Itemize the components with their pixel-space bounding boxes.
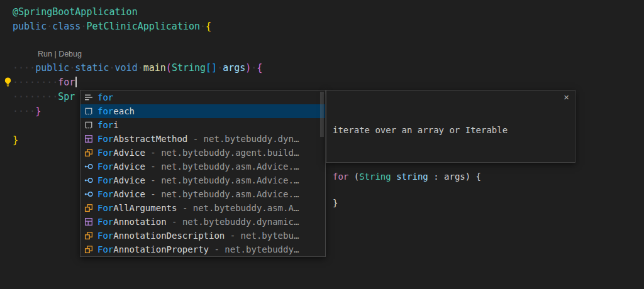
suggest-label-match: For — [97, 175, 113, 185]
suggest-label: each — [113, 106, 135, 116]
code-token: [] — [206, 62, 217, 74]
suggest-item[interactable]: ForAdvice - net.bytebuddy.agent.build… — [80, 146, 325, 160]
code-token: · — [109, 62, 115, 74]
method-icon — [84, 134, 94, 144]
code-token: ( — [348, 172, 359, 182]
code-token: args — [444, 172, 465, 182]
code-line[interactable]: ········for — [13, 75, 262, 90]
code-token: for — [58, 77, 75, 88]
suggest-label-match: For — [97, 189, 113, 199]
lightbulb-icon[interactable] — [3, 77, 13, 87]
code-token: ) { — [465, 172, 481, 182]
code-token: ········ — [13, 91, 58, 102]
code-token: ···· — [13, 106, 35, 117]
suggest-detail: - net.bytebu… — [225, 231, 299, 241]
suggest-item[interactable]: for — [80, 90, 325, 104]
code-token: ) — [245, 62, 251, 74]
code-token: · — [47, 21, 52, 32]
suggest-label-match: For — [97, 244, 113, 254]
suggest-item[interactable]: ForAnnotationProperty - net.bytebuddy… — [80, 243, 325, 256]
code-token: public — [35, 62, 69, 74]
code-line[interactable] — [13, 34, 262, 48]
suggest-label: Advice — [113, 189, 145, 199]
suggest-item[interactable]: ForAbstractMethod - net.bytebuddy.dyn… — [80, 132, 325, 146]
class-icon — [84, 244, 94, 254]
suggest-detail: - net.bytebuddy… — [209, 244, 299, 254]
code-token: · — [200, 21, 206, 32]
suggest-detail: - net.bytebuddy.asm.Advice.… — [145, 175, 299, 185]
suggest-item[interactable]: ForAnnotationDescription - net.bytebu… — [80, 229, 325, 243]
code-token: String — [172, 62, 206, 74]
code-line[interactable]: @SpringBootApplication — [13, 5, 262, 19]
code-token: @SpringBootApplication — [13, 6, 138, 18]
code-token: : — [428, 172, 444, 182]
suggest-item[interactable]: fori — [80, 118, 325, 132]
codelens-debug-link[interactable]: Debug — [58, 50, 82, 58]
suggest-label: Advice — [113, 161, 145, 172]
suggest-docs-code: for (String string : args) {} — [333, 157, 569, 210]
method-icon — [84, 217, 94, 227]
code-token: ( — [166, 62, 172, 74]
suggest-label: Advice — [113, 175, 145, 185]
docs-code-line — [333, 183, 569, 197]
suggest-scrollbar[interactable] — [319, 90, 325, 256]
suggest-detail: - net.bytebuddy.agent.build… — [145, 148, 299, 158]
suggest-detail: - net.bytebuddy.dyn… — [187, 134, 299, 144]
suggest-label: AnnotationDescription — [113, 231, 225, 241]
text-cursor — [75, 77, 77, 87]
code-line[interactable]: public·class·PetClinicApplication·{ — [13, 19, 262, 34]
suggest-label-match: For — [97, 203, 113, 213]
suggest-label: AllArguments — [113, 203, 177, 213]
interface-icon — [84, 189, 94, 199]
code-token: Spr — [58, 91, 75, 102]
class-icon — [84, 148, 94, 158]
close-icon[interactable]: × — [564, 92, 569, 102]
suggest-item[interactable]: ForAdvice - net.bytebuddy.asm.Advice.… — [80, 160, 325, 173]
code-token: ···· — [13, 62, 35, 74]
suggest-detail: - net.bytebuddy.asm.Advice.… — [145, 189, 299, 199]
suggest-widget: forforeachforiForAbstractMethod - net.by… — [80, 90, 326, 257]
code-token: · — [138, 62, 143, 74]
codelens-separator: | — [52, 50, 58, 58]
suggest-label: Annotation — [113, 217, 166, 227]
suggest-label-match: For — [97, 134, 113, 144]
suggest-label: AbstractMethod — [113, 134, 187, 144]
suggest-detail: - net.bytebuddy.asm.Advice.… — [145, 161, 299, 172]
docs-code-line — [333, 157, 569, 170]
suggest-label-match: For — [97, 161, 113, 172]
suggest-list: forforeachforiForAbstractMethod - net.by… — [80, 90, 325, 256]
code-token: · — [251, 62, 257, 74]
docs-code-line: } — [333, 197, 569, 210]
code-token: public — [13, 21, 47, 32]
suggest-item[interactable]: foreach — [80, 104, 325, 118]
suggest-docs-summary: iterate over an array or Iterable — [333, 124, 569, 137]
suggest-item[interactable]: ForAnnotation - net.bytebuddy.dynamic… — [80, 215, 325, 229]
code-token: string — [396, 172, 428, 182]
suggest-label: Advice — [113, 148, 145, 158]
code-token: ········ — [13, 77, 58, 88]
scrollbar-thumb[interactable] — [320, 92, 324, 137]
class-icon — [84, 203, 94, 213]
code-token: } — [13, 134, 18, 146]
suggest-item[interactable]: ForAdvice - net.bytebuddy.asm.Advice.… — [80, 187, 325, 201]
suggest-item[interactable]: ForAllArguments - net.bytebuddy.asm.A… — [80, 201, 325, 215]
code-token: void — [115, 62, 138, 74]
code-token: static — [75, 62, 109, 74]
code-editor[interactable]: @SpringBootApplicationpublic·class·PetCl… — [0, 0, 644, 289]
suggest-label-match: For — [97, 231, 113, 241]
code-line[interactable]: ····public·static·void·main(String[]·arg… — [13, 61, 262, 75]
code-token: String — [359, 172, 391, 182]
codelens-run-link[interactable]: Run — [38, 50, 52, 58]
suggest-item[interactable]: ForAdvice - net.bytebuddy.asm.Advice.… — [80, 173, 325, 187]
codelens: Run | Debug — [13, 48, 262, 61]
code-token: args — [223, 62, 245, 74]
code-token: main — [143, 62, 166, 74]
code-token: for — [333, 172, 348, 182]
suggest-detail: - net.bytebuddy.asm.A… — [177, 203, 299, 213]
snippet-icon — [84, 120, 94, 130]
suggest-label-match: for — [97, 106, 113, 116]
code-token: · — [217, 62, 223, 74]
code-token: } — [333, 198, 338, 208]
code-token: { — [257, 62, 262, 74]
interface-icon — [84, 175, 94, 185]
